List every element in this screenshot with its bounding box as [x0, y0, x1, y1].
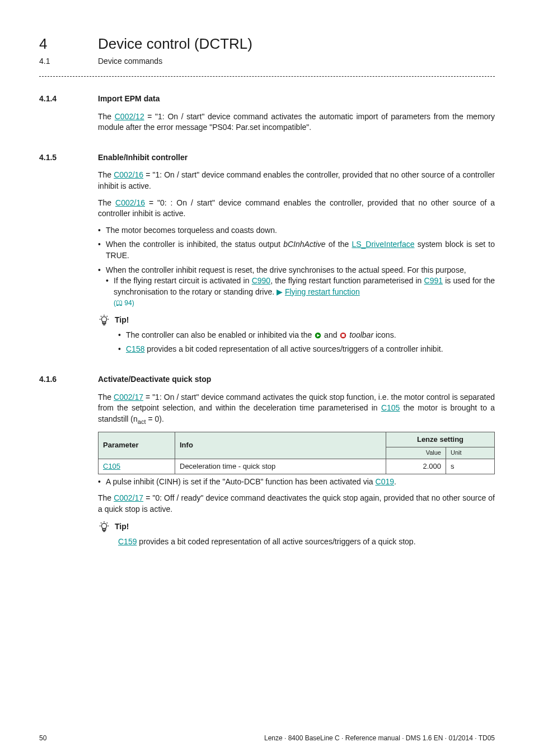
svg-point-13 — [101, 523, 106, 528]
link-c019[interactable]: C019 — [376, 477, 394, 486]
link-c158[interactable]: C158 — [126, 344, 144, 353]
svg-line-5 — [107, 316, 107, 316]
subcol-value: Value — [386, 447, 446, 459]
subsection-number: 4.1.6 — [39, 374, 98, 385]
section-enable-inhibit: 4.1.5 Enable/Inhibit controller The C002… — [39, 152, 495, 355]
section-quick-stop: 4.1.6 Activate/Deactivate quick stop The… — [39, 374, 495, 547]
list-item: When the controller is inhibited, the st… — [98, 239, 495, 261]
lightbulb-icon — [98, 314, 110, 326]
link-flying-restart[interactable]: Flying restart function — [285, 287, 360, 296]
subcol-unit: Unit — [446, 447, 495, 459]
arrow-icon: ▶ — [277, 287, 283, 296]
col-parameter: Parameter — [99, 432, 175, 459]
subsection-title: Activate/Deactivate quick stop — [98, 374, 211, 385]
subsection-title: Enable/Inhibit controller — [98, 152, 188, 164]
bullet-list: The motor becomes torqueless and coasts … — [98, 225, 495, 309]
subsection-title: Import EPM data — [98, 94, 160, 105]
chapter-number: 4 — [39, 34, 98, 54]
link-c159[interactable]: C159 — [118, 537, 137, 546]
paragraph: The C002/16 = "0: : On / start" device c… — [98, 198, 495, 220]
section-import-epm: 4.1.4 Import EPM data The C002/12 = "1: … — [39, 94, 495, 133]
link-c002-16[interactable]: C002/16 — [115, 198, 145, 207]
enable-controller-icon — [314, 332, 322, 339]
section-title: Device commands — [98, 56, 162, 67]
tip-text: C159 provides a bit coded representation… — [118, 536, 495, 548]
link-c002-12[interactable]: C002/12 — [115, 112, 144, 121]
chapter-title: Device control (DCTRL) — [98, 34, 252, 54]
subsection-number: 4.1.5 — [39, 152, 98, 164]
svg-point-0 — [101, 316, 106, 321]
link-c105[interactable]: C105 — [381, 403, 400, 412]
paragraph: The C002/17 = "0: Off / ready" device co… — [98, 493, 495, 515]
list-item: The motor becomes torqueless and coasts … — [98, 225, 495, 236]
section-number: 4.1 — [39, 56, 98, 67]
tip-block: Tip! — [98, 521, 495, 533]
link-c105[interactable]: C105 — [103, 462, 120, 470]
svg-rect-12 — [342, 334, 345, 337]
bullet-list: A pulse inhibit (CINH) is set if the "Au… — [98, 477, 495, 488]
tip-label: Tip! — [115, 521, 129, 533]
svg-line-4 — [101, 316, 101, 316]
cell-info: Deceleration time - quick stop — [175, 459, 386, 474]
list-item: C158 provides a bit coded representation… — [118, 344, 495, 355]
svg-rect-6 — [102, 322, 106, 324]
link-c002-17[interactable]: C002/17 — [114, 393, 143, 402]
list-item: When the controller inhibit request is r… — [98, 265, 495, 309]
cell-unit: s — [446, 459, 495, 474]
col-setting: Lenze setting — [386, 432, 495, 447]
paragraph: The C002/17 = "1: On / start" device com… — [98, 392, 495, 426]
cell-value: 2.000 — [386, 459, 446, 474]
paragraph: The C002/12 = "1: On / start" device com… — [98, 111, 495, 133]
inhibit-controller-icon — [339, 332, 347, 339]
paragraph: The C002/16 = "1: On / start" device com… — [98, 170, 495, 192]
sub-bullet-list: If the flying restart circuit is activat… — [106, 276, 495, 309]
chapter-heading: 4 Device control (DCTRL) — [39, 34, 495, 54]
parameter-table: Parameter Info Lenze setting Value Unit … — [98, 432, 495, 474]
svg-line-18 — [107, 522, 107, 523]
page-reference: (🕮 94) — [114, 299, 134, 307]
divider — [39, 76, 495, 77]
link-c002-16[interactable]: C002/16 — [114, 170, 143, 179]
lightbulb-icon — [98, 521, 110, 533]
svg-line-17 — [101, 522, 101, 523]
link-c002-17[interactable]: C002/17 — [114, 493, 143, 502]
subsection-number: 4.1.4 — [39, 94, 98, 105]
section-subheading: 4.1 Device commands — [39, 56, 495, 67]
svg-rect-19 — [102, 528, 106, 530]
table-row: C105 Deceleration time - quick stop 2.00… — [99, 459, 495, 474]
link-c990[interactable]: C990 — [252, 276, 270, 285]
link-c991[interactable]: C991 — [424, 276, 443, 285]
list-item: The controller can also be enabled or in… — [118, 330, 495, 341]
tip-block: Tip! — [98, 314, 495, 326]
tip-bullet-list: The controller can also be enabled or in… — [118, 330, 495, 355]
link-ls-driveinterface[interactable]: LS_DriveInterface — [352, 240, 414, 249]
list-item: If the flying restart circuit is activat… — [106, 276, 495, 309]
list-item: A pulse inhibit (CINH) is set if the "Au… — [98, 477, 495, 488]
tip-label: Tip! — [115, 315, 129, 326]
col-info: Info — [175, 432, 386, 459]
